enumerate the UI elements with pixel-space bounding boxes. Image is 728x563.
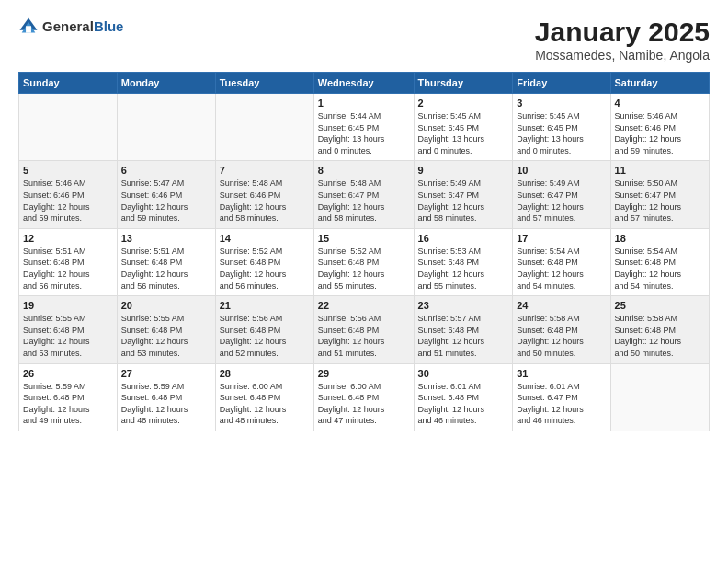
day-info: Sunrise: 5:55 AM Sunset: 6:48 PM Dayligh… [121, 313, 211, 359]
weekday-header-row: SundayMondayTuesdayWednesdayThursdayFrid… [19, 73, 710, 94]
calendar-cell: 13Sunrise: 5:51 AM Sunset: 6:48 PM Dayli… [117, 228, 215, 295]
day-info: Sunrise: 6:00 AM Sunset: 6:48 PM Dayligh… [318, 381, 410, 427]
main-title: January 2025 [535, 17, 710, 48]
sub-title: Mossamedes, Namibe, Angola [535, 48, 710, 63]
day-number: 2 [418, 98, 509, 109]
day-info: Sunrise: 5:53 AM Sunset: 6:48 PM Dayligh… [418, 246, 509, 292]
day-info: Sunrise: 5:56 AM Sunset: 6:48 PM Dayligh… [220, 313, 310, 359]
calendar-cell: 7Sunrise: 5:48 AM Sunset: 6:46 PM Daylig… [215, 161, 313, 228]
day-info: Sunrise: 5:51 AM Sunset: 6:48 PM Dayligh… [121, 246, 211, 292]
calendar-cell: 14Sunrise: 5:52 AM Sunset: 6:48 PM Dayli… [215, 228, 313, 295]
calendar-cell: 30Sunrise: 6:01 AM Sunset: 6:48 PM Dayli… [414, 363, 513, 431]
weekday-header-sunday: Sunday [19, 73, 118, 94]
day-number: 8 [318, 165, 410, 176]
day-number: 5 [23, 165, 113, 176]
calendar-cell: 21Sunrise: 5:56 AM Sunset: 6:48 PM Dayli… [215, 296, 313, 363]
day-number: 7 [220, 165, 310, 176]
title-block: January 2025 Mossamedes, Namibe, Angola [535, 17, 710, 63]
day-number: 10 [517, 165, 606, 176]
calendar-cell: 12Sunrise: 5:51 AM Sunset: 6:48 PM Dayli… [19, 228, 118, 295]
weekday-header-monday: Monday [117, 73, 215, 94]
day-number: 4 [615, 98, 705, 109]
day-info: Sunrise: 5:49 AM Sunset: 6:47 PM Dayligh… [517, 178, 606, 224]
day-info: Sunrise: 5:48 AM Sunset: 6:46 PM Dayligh… [220, 178, 310, 224]
day-info: Sunrise: 5:50 AM Sunset: 6:47 PM Dayligh… [615, 178, 705, 224]
calendar-cell: 11Sunrise: 5:50 AM Sunset: 6:47 PM Dayli… [610, 161, 709, 228]
calendar-cell: 25Sunrise: 5:58 AM Sunset: 6:48 PM Dayli… [610, 296, 709, 363]
calendar-cell: 22Sunrise: 5:56 AM Sunset: 6:48 PM Dayli… [313, 296, 414, 363]
day-number: 21 [220, 300, 310, 311]
calendar-week-row: 26Sunrise: 5:59 AM Sunset: 6:48 PM Dayli… [19, 363, 710, 431]
calendar-week-row: 5Sunrise: 5:46 AM Sunset: 6:46 PM Daylig… [19, 161, 710, 228]
day-info: Sunrise: 5:49 AM Sunset: 6:47 PM Dayligh… [418, 178, 509, 224]
day-info: Sunrise: 5:54 AM Sunset: 6:48 PM Dayligh… [517, 246, 606, 292]
day-info: Sunrise: 5:59 AM Sunset: 6:48 PM Dayligh… [23, 381, 113, 427]
calendar-header: SundayMondayTuesdayWednesdayThursdayFrid… [19, 73, 710, 94]
day-info: Sunrise: 5:52 AM Sunset: 6:48 PM Dayligh… [220, 246, 310, 292]
day-number: 15 [318, 233, 410, 244]
weekday-header-saturday: Saturday [610, 73, 709, 94]
calendar-cell: 20Sunrise: 5:55 AM Sunset: 6:48 PM Dayli… [117, 296, 215, 363]
calendar-cell: 9Sunrise: 5:49 AM Sunset: 6:47 PM Daylig… [414, 161, 513, 228]
day-number: 11 [615, 165, 705, 176]
day-number: 29 [318, 368, 410, 379]
calendar-cell: 8Sunrise: 5:48 AM Sunset: 6:47 PM Daylig… [313, 161, 414, 228]
day-number: 23 [418, 300, 509, 311]
calendar-cell: 23Sunrise: 5:57 AM Sunset: 6:48 PM Dayli… [414, 296, 513, 363]
logo-general: General [42, 18, 94, 34]
day-info: Sunrise: 5:56 AM Sunset: 6:48 PM Dayligh… [318, 313, 410, 359]
day-number: 9 [418, 165, 509, 176]
calendar-cell: 26Sunrise: 5:59 AM Sunset: 6:48 PM Dayli… [19, 363, 118, 431]
day-number: 22 [318, 300, 410, 311]
day-info: Sunrise: 5:58 AM Sunset: 6:48 PM Dayligh… [615, 313, 705, 359]
calendar-week-row: 19Sunrise: 5:55 AM Sunset: 6:48 PM Dayli… [19, 296, 710, 363]
logo: GeneralBlue [18, 17, 123, 37]
calendar-cell: 17Sunrise: 5:54 AM Sunset: 6:48 PM Dayli… [513, 228, 610, 295]
day-info: Sunrise: 5:47 AM Sunset: 6:46 PM Dayligh… [121, 178, 211, 224]
logo-icon [18, 17, 39, 37]
day-number: 31 [517, 368, 606, 379]
day-info: Sunrise: 5:55 AM Sunset: 6:48 PM Dayligh… [23, 313, 113, 359]
day-number: 28 [220, 368, 310, 379]
day-info: Sunrise: 6:01 AM Sunset: 6:48 PM Dayligh… [418, 381, 509, 427]
calendar-cell: 2Sunrise: 5:45 AM Sunset: 6:45 PM Daylig… [414, 94, 513, 161]
calendar-cell: 16Sunrise: 5:53 AM Sunset: 6:48 PM Dayli… [414, 228, 513, 295]
day-info: Sunrise: 5:46 AM Sunset: 6:46 PM Dayligh… [23, 178, 113, 224]
calendar-week-row: 1Sunrise: 5:44 AM Sunset: 6:45 PM Daylig… [19, 94, 710, 161]
calendar-cell: 6Sunrise: 5:47 AM Sunset: 6:46 PM Daylig… [117, 161, 215, 228]
day-number: 13 [121, 233, 211, 244]
day-number: 14 [220, 233, 310, 244]
day-info: Sunrise: 6:00 AM Sunset: 6:48 PM Dayligh… [220, 381, 310, 427]
day-number: 3 [517, 98, 606, 109]
calendar-cell: 18Sunrise: 5:54 AM Sunset: 6:48 PM Dayli… [610, 228, 709, 295]
day-number: 20 [121, 300, 211, 311]
day-info: Sunrise: 5:46 AM Sunset: 6:46 PM Dayligh… [615, 110, 705, 156]
day-number: 16 [418, 233, 509, 244]
svg-rect-2 [26, 26, 31, 32]
day-number: 27 [121, 368, 211, 379]
day-number: 6 [121, 165, 211, 176]
day-number: 24 [517, 300, 606, 311]
day-info: Sunrise: 5:44 AM Sunset: 6:45 PM Dayligh… [318, 110, 410, 156]
calendar-cell: 1Sunrise: 5:44 AM Sunset: 6:45 PM Daylig… [313, 94, 414, 161]
day-number: 26 [23, 368, 113, 379]
calendar-cell [610, 363, 709, 431]
calendar-cell: 19Sunrise: 5:55 AM Sunset: 6:48 PM Dayli… [19, 296, 118, 363]
day-info: Sunrise: 5:45 AM Sunset: 6:45 PM Dayligh… [418, 110, 509, 156]
day-info: Sunrise: 5:58 AM Sunset: 6:48 PM Dayligh… [517, 313, 606, 359]
calendar-cell: 31Sunrise: 6:01 AM Sunset: 6:47 PM Dayli… [513, 363, 610, 431]
weekday-header-tuesday: Tuesday [215, 73, 313, 94]
calendar-cell: 3Sunrise: 5:45 AM Sunset: 6:45 PM Daylig… [513, 94, 610, 161]
day-number: 17 [517, 233, 606, 244]
day-info: Sunrise: 5:48 AM Sunset: 6:47 PM Dayligh… [318, 178, 410, 224]
logo-blue: Blue [94, 18, 124, 34]
calendar-cell: 24Sunrise: 5:58 AM Sunset: 6:48 PM Dayli… [513, 296, 610, 363]
day-number: 12 [23, 233, 113, 244]
calendar-cell: 10Sunrise: 5:49 AM Sunset: 6:47 PM Dayli… [513, 161, 610, 228]
day-info: Sunrise: 6:01 AM Sunset: 6:47 PM Dayligh… [517, 381, 606, 427]
calendar-cell: 29Sunrise: 6:00 AM Sunset: 6:48 PM Dayli… [313, 363, 414, 431]
weekday-header-thursday: Thursday [414, 73, 513, 94]
day-number: 1 [318, 98, 410, 109]
weekday-header-wednesday: Wednesday [313, 73, 414, 94]
calendar-cell [19, 94, 118, 161]
